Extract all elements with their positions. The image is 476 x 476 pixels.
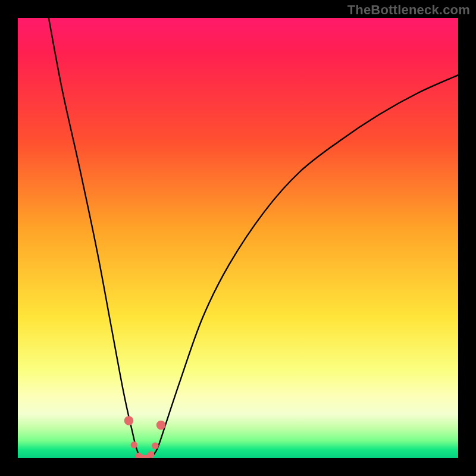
watermark-text: TheBottleneck.com [347,2,470,18]
bottleneck-curve-svg [18,18,458,458]
plot-area [18,18,458,458]
trough-marker [152,443,159,450]
bottleneck-curve-path [49,18,458,458]
trough-marker [148,451,155,458]
chart-frame: TheBottleneck.com [0,0,476,476]
trough-marker [156,421,166,430]
trough-marker [131,441,138,449]
trough-marker-group [124,416,166,458]
trough-marker [124,416,134,425]
